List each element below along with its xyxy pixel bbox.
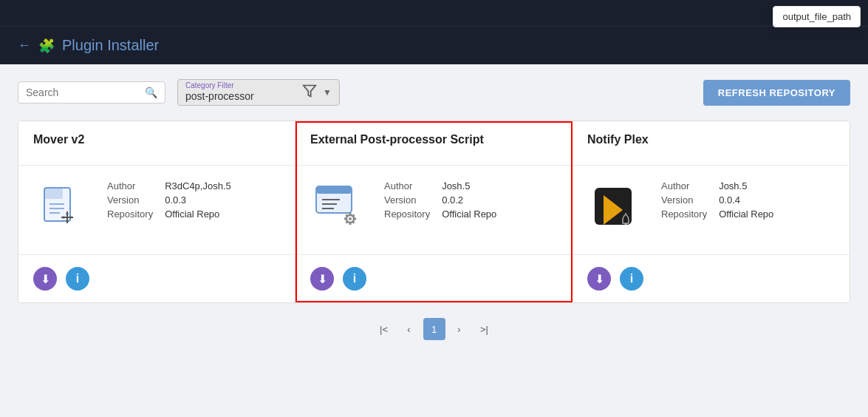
card-actions: ⬇ i xyxy=(295,255,572,302)
download-button[interactable]: ⬇ xyxy=(587,267,611,291)
plugin-info: Author Josh.5 Version 0.0.2 Repository O… xyxy=(384,180,496,220)
plugin-card-mover-v2[interactable]: Mover v2 xyxy=(18,121,295,302)
filter-icon xyxy=(302,84,317,101)
current-page-button[interactable]: 1 xyxy=(423,318,445,340)
card-title: External Post-processor Script xyxy=(310,133,484,146)
svg-marker-0 xyxy=(304,86,316,97)
plugin-card-notify-plex[interactable]: Notify Plex xyxy=(573,121,850,302)
card-title: Mover v2 xyxy=(33,133,84,146)
svg-rect-13 xyxy=(316,186,352,194)
pagination: |< ‹ 1 › >| xyxy=(18,318,850,340)
search-input[interactable] xyxy=(26,87,139,98)
page-title: Plugin Installer xyxy=(62,37,159,54)
category-filter-label: Category Filter xyxy=(185,81,234,89)
back-button[interactable]: ← xyxy=(18,38,31,53)
main-content: 🔍 Category Filter post-processor ▼ REFRE… xyxy=(0,64,868,417)
last-page-button[interactable]: >| xyxy=(474,318,496,340)
card-body: Author Josh.5 Version 0.0.2 Repository O… xyxy=(295,166,572,255)
card-title: Notify Plex xyxy=(587,133,649,146)
search-icon: 🔍 xyxy=(145,87,157,98)
category-filter[interactable]: Category Filter post-processor ▼ xyxy=(177,79,340,106)
toolbar: 🔍 Category Filter post-processor ▼ REFRE… xyxy=(18,79,850,106)
prev-page-button[interactable]: ‹ xyxy=(398,318,420,340)
refresh-repository-button[interactable]: REFRESH REPOSITORY xyxy=(703,80,850,106)
info-button[interactable]: i xyxy=(620,267,643,291)
next-page-button[interactable]: › xyxy=(448,318,471,340)
card-actions: ⬇ i xyxy=(573,255,850,302)
tooltip-text: output_file_path xyxy=(782,11,851,22)
card-title-bar: External Post-processor Script xyxy=(295,121,572,166)
svg-rect-21 xyxy=(344,218,346,220)
svg-rect-20 xyxy=(349,223,352,225)
card-body: Author R3dC4p,Josh.5 Version 0.0.3 Repos… xyxy=(18,166,295,255)
plugin-info: Author R3dC4p,Josh.5 Version 0.0.3 Repos… xyxy=(107,180,231,220)
chevron-down-icon: ▼ xyxy=(323,87,332,98)
plugin-cards-grid: Mover v2 xyxy=(18,121,850,303)
postprocessor-icon xyxy=(310,180,369,240)
plex-icon xyxy=(587,180,646,240)
plugin-card-external-post-processor[interactable]: External Post-processor Script xyxy=(295,121,573,302)
svg-rect-19 xyxy=(349,213,352,215)
svg-marker-9 xyxy=(70,216,73,219)
info-button[interactable]: i xyxy=(343,267,366,291)
first-page-button[interactable]: |< xyxy=(373,318,395,340)
plugin-info: Author Josh.5 Version 0.0.4 Repository O… xyxy=(661,180,773,220)
card-body: Author Josh.5 Version 0.0.4 Repository O… xyxy=(573,166,850,255)
svg-rect-2 xyxy=(44,188,63,199)
header: ← 🧩 Plugin Installer xyxy=(0,27,868,64)
card-actions: ⬇ i xyxy=(18,255,295,302)
card-title-bar: Notify Plex xyxy=(573,121,850,166)
card-title-bar: Mover v2 xyxy=(18,121,295,166)
tooltip: output_file_path xyxy=(773,6,861,27)
puzzle-icon: 🧩 xyxy=(38,38,55,54)
info-button[interactable]: i xyxy=(66,267,89,291)
search-box[interactable]: 🔍 xyxy=(18,81,165,104)
svg-rect-22 xyxy=(354,218,356,220)
svg-rect-29 xyxy=(625,223,627,225)
svg-point-18 xyxy=(349,217,352,220)
download-button[interactable]: ⬇ xyxy=(33,267,57,291)
top-bar: output_file_path xyxy=(0,0,868,27)
mover-icon xyxy=(33,180,92,240)
download-button[interactable]: ⬇ xyxy=(310,267,334,291)
category-filter-value: post-processor xyxy=(185,90,296,102)
